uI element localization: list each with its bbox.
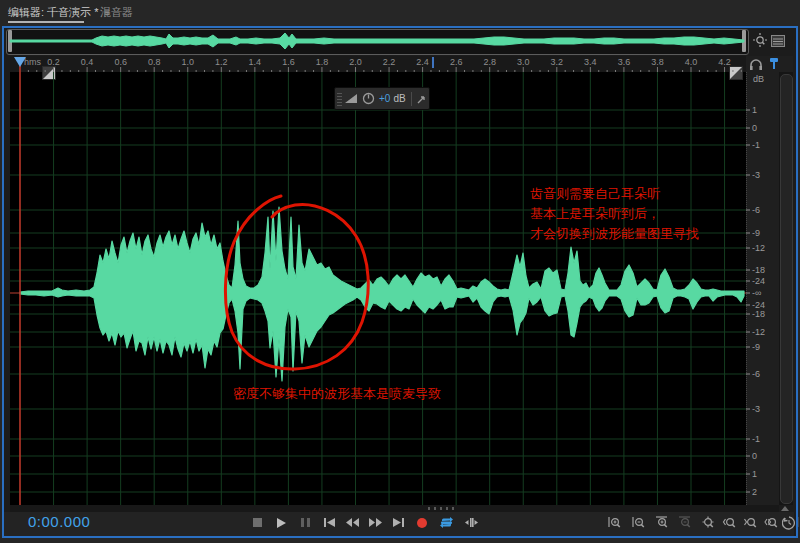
overview-left-handle[interactable]: [8, 30, 12, 52]
ruler-tick-label: 3.4: [578, 57, 602, 67]
record-button[interactable]: [412, 514, 432, 531]
loop-playback-button[interactable]: [436, 514, 456, 531]
tab-mixer[interactable]: 混音器: [100, 0, 133, 24]
fast-forward-button[interactable]: [365, 514, 385, 531]
volume-ramp-icon: [345, 93, 358, 104]
move-playhead-to-previous-button[interactable]: [319, 514, 339, 531]
db-tick-label: 1: [752, 105, 757, 115]
annotation-bottom-text: 密度不够集中的波形基本是喷麦导致: [233, 384, 441, 404]
db-tick-label: 1: [752, 469, 757, 479]
gain-unit: dB: [393, 93, 405, 104]
db-tick-label: -24: [752, 276, 765, 286]
stop-button[interactable]: [247, 514, 267, 531]
db-tick-label: -6: [752, 369, 760, 379]
hud-drag-handle-icon[interactable]: [337, 91, 342, 106]
overview-menu-icon[interactable]: [771, 33, 785, 51]
zoom-in-at-in-point-button[interactable]: [719, 514, 739, 531]
ruler-tick-label: 2.4: [411, 57, 435, 67]
ruler-tick-label: 1.6: [276, 57, 300, 67]
headphones-icon[interactable]: [748, 57, 764, 71]
play-button[interactable]: [271, 514, 291, 531]
db-tick-label: -18: [752, 265, 765, 275]
tab-mixer-label: 混音器: [100, 6, 133, 18]
active-tab-underline: [8, 21, 84, 23]
zoom-in-amplitude-button[interactable]: [651, 514, 671, 531]
db-tick-label: -3: [752, 170, 760, 180]
ruler-tick-label: 0.8: [142, 57, 166, 67]
ruler-corner-toggle-left[interactable]: [42, 66, 56, 80]
vertical-scrollbar-thumb[interactable]: [780, 74, 793, 504]
db-tick-label: -12: [752, 243, 765, 253]
scrollbar-arrow-icon[interactable]: [781, 506, 789, 511]
horizontal-scrollbar[interactable]: [10, 505, 779, 512]
pin-icon[interactable]: [768, 57, 780, 71]
db-scale-header: dB: [753, 74, 764, 84]
db-tick-label: -12: [752, 327, 765, 337]
hud-pin-icon[interactable]: [417, 94, 427, 104]
ruler-tick-label: 3.2: [545, 57, 569, 67]
db-tick-label: -1: [752, 434, 760, 444]
ruler-tick-label: 2.8: [478, 57, 502, 67]
ruler-unit-label: hms: [24, 57, 41, 67]
ruler-tick-label: 2.2: [377, 57, 401, 67]
vertical-scrollbar[interactable]: [779, 72, 793, 505]
annotation-right-text: 齿音则需要自己耳朵听 基本上是耳朵听到后， 才会切换到波形能量图里寻找: [530, 184, 699, 244]
ruler-tick-label: 1.8: [310, 57, 334, 67]
pause-button[interactable]: [295, 514, 315, 531]
gain-value[interactable]: +0: [379, 93, 390, 104]
audition-editor-window: 编辑器: 千音演示 *≡ 混音器 hms 0.20.40.60.81.01.21…: [0, 0, 800, 543]
window-bottom-strip: [0, 538, 800, 543]
db-tick-label: -9: [752, 342, 760, 352]
db-tick-label: -9: [752, 228, 760, 238]
hud-divider: [411, 92, 412, 106]
ruler-tick-label: 2.0: [344, 57, 368, 67]
zoom-to-selection-button[interactable]: [761, 514, 781, 531]
db-tick-label: -6: [752, 205, 760, 215]
gain-knob-icon[interactable]: [362, 92, 375, 105]
ruler-tick-label: 1.0: [176, 57, 200, 67]
ruler-tick-label: 1.2: [209, 57, 233, 67]
db-tick-label: -1: [752, 140, 760, 150]
db-tick-label: 2: [752, 487, 757, 497]
waveform-display-area[interactable]: [10, 72, 746, 505]
scale-corner: [746, 56, 793, 72]
ruler-tick-label: 0.6: [109, 57, 133, 67]
annotation-line: 基本上是耳朵听到后，: [530, 204, 699, 224]
db-tick-label: -18: [752, 309, 765, 319]
skip-selection-button[interactable]: [461, 514, 481, 531]
ruler-tick-label: 2.6: [444, 57, 468, 67]
ruler-tick-label: 3.8: [645, 57, 669, 67]
tab-editor-label: 编辑器: 千音演示 *: [8, 6, 98, 18]
zoom-out-full-icon[interactable]: [752, 32, 768, 52]
zoom-out-full-button[interactable]: [697, 514, 717, 531]
horizontal-scrollbar-grip[interactable]: [428, 507, 454, 510]
ruler-tick-label: 3.6: [612, 57, 636, 67]
zoom-out-time-button[interactable]: [628, 514, 648, 531]
rewind-button[interactable]: [342, 514, 362, 531]
zoom-in-at-out-point-button[interactable]: [740, 514, 760, 531]
annotation-line: 才会切换到波形能量图里寻找: [530, 224, 699, 244]
db-tick-label: -3: [752, 404, 760, 414]
zoom-out-amplitude-button[interactable]: [674, 514, 694, 531]
zoom-in-time-button[interactable]: [604, 514, 624, 531]
panel-tab-bar: 编辑器: 千音演示 *≡ 混音器: [0, 0, 800, 26]
ruler-tick-label: 0.4: [75, 57, 99, 67]
db-tick-label: 0: [752, 451, 757, 461]
db-tick-label: 0: [752, 123, 757, 133]
volume-hud[interactable]: +0 dB: [334, 87, 430, 110]
zoom-reset-button[interactable]: [793, 514, 800, 531]
move-playhead-to-next-button[interactable]: [388, 514, 408, 531]
annotation-line: 齿音则需要自己耳朵听: [530, 184, 699, 204]
ruler-tick-label: 3.0: [511, 57, 535, 67]
overview-scrollbar[interactable]: [6, 29, 749, 55]
ruler-corner-toggle-right[interactable]: [729, 66, 743, 80]
overview-right-handle[interactable]: [742, 30, 746, 52]
time-display[interactable]: 0:00.000: [28, 513, 90, 530]
ruler-tick-label: 1.4: [243, 57, 267, 67]
db-tick-label: -∞: [752, 288, 761, 298]
ruler-tick-label: 4.0: [679, 57, 703, 67]
